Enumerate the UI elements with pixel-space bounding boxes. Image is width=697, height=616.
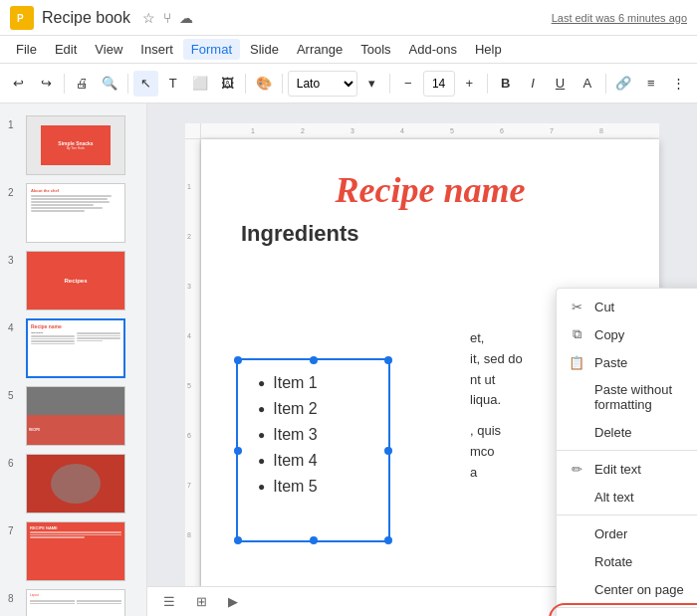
slide-thumb-5[interactable]: 5 RECIPE [0,382,146,450]
svg-text:2: 2 [187,233,191,240]
menu-help[interactable]: Help [467,39,510,60]
ctx-paste[interactable]: 📋 Paste Ctrl+V [557,348,697,376]
handle-tm[interactable] [310,356,318,364]
slide-num-8: 8 [8,593,20,604]
slide-thumb-8[interactable]: 8 Layout [0,585,146,616]
link-button[interactable]: 🔗 [611,71,636,97]
slide-num-3: 3 [8,255,20,266]
handle-bl[interactable] [234,536,242,544]
list-item-label-2: Item 2 [273,400,317,418]
slide-view-btn[interactable]: ⊞ [189,590,213,614]
toolbar-sep-4 [282,74,283,94]
slide-thumb-3[interactable]: 3 Recipes [0,247,146,314]
font-color-button[interactable]: A [575,71,599,97]
handle-mr[interactable] [384,447,392,455]
svg-text:3: 3 [187,283,191,290]
handle-tr[interactable] [384,356,392,364]
svg-text:8: 8 [187,531,191,538]
svg-text:8: 8 [599,127,603,134]
menu-insert[interactable]: Insert [132,39,181,60]
slide-thumb-6[interactable]: 6 [0,450,146,517]
slide-thumb-1[interactable]: 1 Simple SnacksBy Tom Hoek [0,111,146,179]
svg-text:1: 1 [187,183,191,190]
copy-icon: ⧉ [569,326,584,342]
menu-arrange[interactable]: Arrange [289,39,350,60]
menu-addons[interactable]: Add-ons [401,39,465,60]
slide-thumb-2[interactable]: 2 About the chef [0,179,146,247]
italic-button[interactable]: I [520,71,545,97]
toolbar-undo[interactable]: ↩ [6,71,31,97]
ctx-cut-label: Cut [594,300,614,314]
star-icon[interactable]: ☆ [142,10,155,26]
list-item-label-5: Item 5 [273,478,317,496]
ctx-alt-text-label: Alt text [594,490,634,505]
slide-img-5: RECIPE [26,386,125,446]
toolbar-image[interactable]: 🖼 [215,71,240,97]
handle-bm[interactable] [310,536,318,544]
toolbar-cursor[interactable]: ↖ [133,71,158,97]
toolbar-print[interactable]: 🖨 [70,71,95,97]
ctx-cut[interactable]: ✂ Cut Ctrl+X [557,293,697,320]
handle-ml[interactable] [234,447,242,455]
toolbar-shape[interactable]: ⬜ [188,71,213,97]
font-size-increase[interactable]: + [457,71,482,97]
svg-text:4: 4 [187,332,191,339]
ctx-sep-3 [557,607,697,608]
slide-thumb-4[interactable]: 4 Recipe name Ingredients [0,314,146,382]
bullet-2: ● [258,402,265,416]
svg-text:5: 5 [450,127,454,134]
svg-text:1: 1 [251,127,255,134]
list-item-5: ● Item 5 [258,474,388,500]
slide-img-8: Layout [26,589,125,616]
menu-view[interactable]: View [87,39,130,60]
menu-slide[interactable]: Slide [242,39,287,60]
menu-tools[interactable]: Tools [352,39,398,60]
font-size-input[interactable] [423,71,455,97]
ctx-edit-text[interactable]: ✏ Edit text [557,455,697,483]
svg-text:P: P [17,13,24,24]
menu-format[interactable]: Format [183,39,240,60]
underline-button[interactable]: U [548,71,573,97]
font-select[interactable]: Lato [288,71,357,97]
filmstrip-btn[interactable]: ▶ [221,590,245,614]
ctx-paste-no-format[interactable]: Paste without formatting Ctrl+Shift+V [557,376,697,418]
menu-edit[interactable]: Edit [47,39,85,60]
editor-area: 1 2 3 4 5 6 7 8 1 2 3 4 [147,103,697,616]
ctx-delete[interactable]: Delete [557,418,697,446]
toolbar-redo[interactable]: ↪ [33,71,58,97]
ctx-copy[interactable]: ⧉ Copy Ctrl+C [557,320,697,348]
slide-num-1: 1 [8,119,20,130]
list-item-1: ● Item 1 [258,370,388,396]
slide-num-5: 5 [8,390,20,401]
text-box[interactable]: ● Item 1 ● Item 2 ● Item 3 [236,358,390,542]
slides-panel: 1 Simple SnacksBy Tom Hoek 2 About the c… [0,103,147,616]
svg-text:5: 5 [187,382,191,389]
slide-img-4: Recipe name Ingredients [26,318,125,378]
ctx-alt-text[interactable]: Alt text Ctrl+Alt+Y [557,483,697,511]
font-size-decrease[interactable]: − [395,71,420,97]
grid-view-btn[interactable]: ☰ [157,590,181,614]
ctx-center[interactable]: Center on page ▶ [557,575,697,603]
slide-thumb-7[interactable]: 7 RECIPE NAME [0,517,146,585]
handle-tl[interactable] [234,356,242,364]
ctx-rotate[interactable]: Rotate ▶ [557,547,697,575]
font-dropdown-icon[interactable]: ▾ [359,71,384,97]
handle-br[interactable] [384,536,392,544]
align-button[interactable]: ≡ [638,71,663,97]
cloud-icon[interactable]: ☁ [179,10,193,26]
svg-text:4: 4 [400,127,404,134]
more-button[interactable]: ⋮ [665,71,690,97]
doc-title[interactable]: Recipe book [42,9,130,27]
toolbar-paint[interactable]: 🎨 [251,71,276,97]
ctx-comment[interactable]: 💬 Comment Ctrl+Alt+M [557,612,697,616]
toolbar-sep-1 [64,74,65,94]
toolbar-zoom[interactable]: 🔍 [97,71,121,97]
bold-button[interactable]: B [493,71,518,97]
menu-file[interactable]: File [8,39,45,60]
list-item-label-1: Item 1 [273,374,317,392]
ctx-order-label: Order [594,526,627,541]
ctx-order[interactable]: Order ▶ [557,519,697,547]
branch-icon[interactable]: ⑂ [163,10,171,26]
paste-noformat-icon [569,389,584,405]
toolbar-text[interactable]: T [160,71,185,97]
